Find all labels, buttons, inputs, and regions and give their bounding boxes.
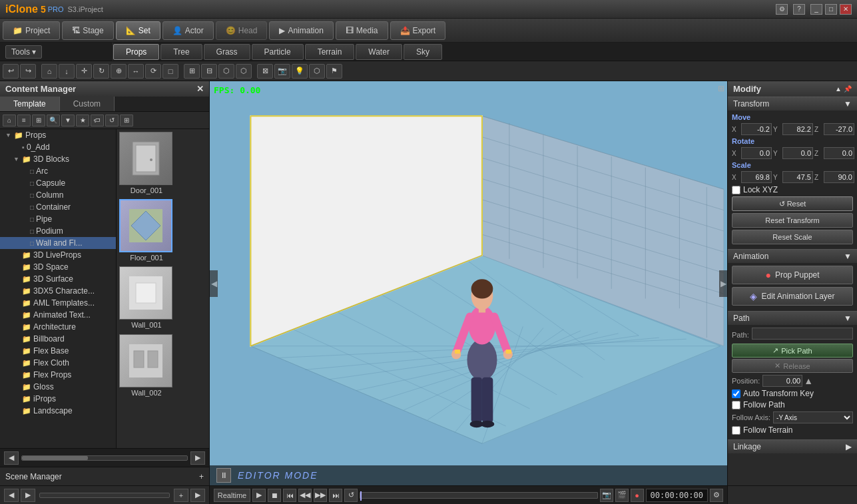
tl-camera-icon[interactable]: 📷 <box>600 489 613 502</box>
scale-z-input[interactable] <box>824 171 854 183</box>
tl-end-btn[interactable]: ⏭ <box>329 489 342 502</box>
home-btn[interactable]: ⌂ <box>41 64 57 79</box>
snap-btn[interactable]: ⟳ <box>145 64 161 79</box>
cm-search-icon[interactable]: 🔍 <box>47 115 60 126</box>
help-icon[interactable]: ? <box>793 4 805 15</box>
rot-x-input[interactable] <box>741 147 772 159</box>
path-field-input[interactable] <box>752 328 853 340</box>
redo-btn[interactable]: ↪ <box>20 64 36 79</box>
move-y-input[interactable] <box>782 123 813 135</box>
viewport-right-arrow[interactable]: ▶ <box>719 270 727 297</box>
thumb-floor001[interactable]: Floor_001 <box>119 199 174 262</box>
tree-item-gloss[interactable]: 📁 Gloss <box>0 381 116 393</box>
subtab-water[interactable]: Water <box>356 44 402 60</box>
content-manager-close[interactable]: ✕ <box>196 84 204 94</box>
thumb-wall001[interactable]: Wall_001 <box>119 266 174 330</box>
cm-star-icon[interactable]: ★ <box>76 115 89 126</box>
flag-btn[interactable]: ⚑ <box>326 64 342 79</box>
tl-loop-btn[interactable]: ↺ <box>344 489 358 502</box>
lp-prev-btn[interactable]: ◀ <box>4 451 19 465</box>
thumb-door001[interactable]: Door_001 <box>119 132 174 195</box>
tl-settings-icon[interactable]: ⚙ <box>710 489 723 502</box>
reset-scale-btn[interactable]: Reset Scale <box>732 230 853 244</box>
tree-item-podium[interactable]: □ Podium <box>0 225 116 237</box>
modify-collapse-icon[interactable]: ▲ <box>835 85 842 93</box>
light-btn[interactable]: 💡 <box>292 64 308 79</box>
subtab-props[interactable]: Props <box>113 44 159 60</box>
prop-puppet-btn[interactable]: ● Prop Puppet <box>732 266 853 284</box>
group-btn[interactable]: ⬡ <box>236 64 252 79</box>
subtab-grass[interactable]: Grass <box>204 44 250 60</box>
align-btn[interactable]: ⬡ <box>218 64 234 79</box>
viewport[interactable]: FPS: 0.00 ⊞ ◀ ▶ ⏸ EDITOR MODE <box>210 81 727 485</box>
select-btn[interactable]: □ <box>162 64 178 79</box>
subtab-particle[interactable]: Particle <box>252 44 304 60</box>
follow-terrain-checkbox[interactable] <box>732 426 740 435</box>
position-input[interactable] <box>762 375 802 387</box>
minimize-btn[interactable]: _ <box>810 4 822 15</box>
tree-item-billboard[interactable]: 📁 Billboard <box>0 333 116 345</box>
transform-header[interactable]: Transform ▼ <box>728 97 857 111</box>
tl-fwd-btn[interactable]: ▶▶ <box>314 489 327 502</box>
linkage-section-header[interactable]: Linkage ▶ <box>728 439 857 453</box>
tree-item-0add[interactable]: ▪ 0_Add <box>0 141 116 153</box>
move-z-input[interactable] <box>824 123 854 135</box>
view1-btn[interactable]: ⊞ <box>184 64 200 79</box>
cm-refresh-icon[interactable]: ↺ <box>105 115 119 126</box>
tl-record-icon[interactable]: ● <box>631 489 644 502</box>
tl-del-btn[interactable]: ▶ <box>190 489 205 502</box>
subtab-tree[interactable]: Tree <box>160 44 202 60</box>
nav-project[interactable]: 📁 Project <box>3 21 60 40</box>
cm-tab-custom[interactable]: Custom <box>60 97 115 111</box>
release-btn[interactable]: ✕ Release <box>732 359 853 373</box>
scale-btn[interactable]: ⊕ <box>111 64 127 79</box>
tree-item-container[interactable]: □ Container <box>0 201 116 213</box>
tl-add-btn[interactable]: + <box>174 489 188 502</box>
tree-item-column[interactable]: □ Column <box>0 189 116 201</box>
tree-item-animtext[interactable]: 📁 Animated Text... <box>0 309 116 321</box>
tl-prev-btn[interactable]: ◀ <box>4 489 19 502</box>
reset-transform-btn[interactable]: Reset Transform <box>732 213 853 228</box>
animation-section-header[interactable]: Animation ▼ <box>728 249 857 263</box>
pick-path-btn[interactable]: ↗ Pick Path <box>732 344 853 358</box>
tl-realtime-btn[interactable]: Realtime <box>214 489 250 502</box>
lp-next-btn[interactable]: ▶ <box>190 451 205 465</box>
modify-pin-icon[interactable]: 📌 <box>844 85 852 93</box>
tree-item-3dx5char[interactable]: 📁 3DX5 Characte... <box>0 285 116 297</box>
tree-item-wallfl[interactable]: □ Wall and Fl... <box>0 237 116 249</box>
tl-back-btn[interactable]: ◀◀ <box>298 489 312 502</box>
subtab-sky[interactable]: Sky <box>404 44 442 60</box>
follow-path-checkbox[interactable] <box>732 401 740 409</box>
move-x-input[interactable] <box>741 123 772 135</box>
nav-set[interactable]: 📐 Set <box>116 21 160 40</box>
cm-list-icon[interactable]: ≡ <box>17 115 31 126</box>
scale-x-input[interactable] <box>741 171 772 183</box>
viewport-expand-btn[interactable]: ⊞ <box>718 84 724 93</box>
tree-item-flexbase[interactable]: 📁 Flex Base <box>0 345 116 357</box>
grid-btn[interactable]: ⊠ <box>257 64 273 79</box>
nav-stage[interactable]: 🏗 Stage <box>62 21 113 40</box>
nav-animation[interactable]: ▶ Animation <box>269 21 333 40</box>
rot-y-input[interactable] <box>782 147 813 159</box>
tree-item-flexcloth[interactable]: 📁 Flex Cloth <box>0 357 116 369</box>
tree-item-landscape[interactable]: 📁 Landscape <box>0 405 116 417</box>
tree-item-arc[interactable]: □ Arc <box>0 165 116 177</box>
tree-item-pipe[interactable]: □ Pipe <box>0 213 116 225</box>
tl-rewind-btn[interactable]: ⏮ <box>283 489 296 502</box>
tl-stop-btn[interactable]: ⏹ <box>268 489 281 502</box>
close-btn[interactable]: ✕ <box>840 4 852 15</box>
cm-grid-icon[interactable]: ⊞ <box>32 115 45 126</box>
tree-item-flexprops[interactable]: 📁 Flex Props <box>0 369 116 381</box>
tools-dropdown[interactable]: Tools ▾ <box>5 45 42 59</box>
move-btn[interactable]: ✛ <box>76 64 92 79</box>
path-section-header[interactable]: Path ▼ <box>728 311 857 325</box>
down-btn[interactable]: ↓ <box>59 64 75 79</box>
reset-btn[interactable]: ↺ Reset <box>732 196 853 211</box>
settings-icon[interactable]: ⚙ <box>776 4 788 15</box>
edit-anim-layer-btn[interactable]: ◈ Edit Animation Layer <box>732 287 853 306</box>
rot-z-input[interactable] <box>824 147 854 159</box>
viewport-left-arrow[interactable]: ◀ <box>210 270 218 297</box>
subtab-terrain[interactable]: Terrain <box>305 44 355 60</box>
tl-play-btn[interactable]: ▶ <box>252 489 266 502</box>
tree-item-aml[interactable]: 📁 AML Templates... <box>0 297 116 309</box>
